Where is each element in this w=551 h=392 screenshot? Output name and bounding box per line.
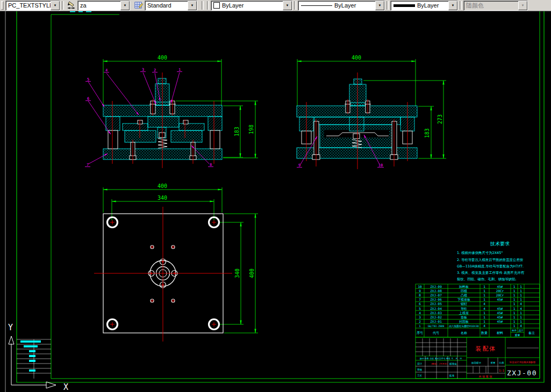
color-value: ByLayer [220, 2, 283, 9]
svg-text:1: 1 [520, 285, 522, 288]
tb-weight: 重量 [491, 361, 496, 364]
styles-toolbar: PC_TEXTSTYLE ▼ za ▼ Standard ▼ ByLayer ▼ [0, 0, 551, 11]
linetype-control-combo[interactable]: ByLayer ▼ [298, 1, 385, 11]
bom-row: 3ZXJ-02垫板145#11 [419, 315, 522, 319]
table-style-icon[interactable] [133, 1, 144, 10]
toolbar-separator [62, 1, 64, 10]
lineweight-value: ByLayer [415, 2, 448, 9]
svg-text:1: 1 [520, 311, 522, 315]
lineweight-control-combo[interactable]: ByLayer ▼ [390, 1, 458, 11]
tb-review: 审核 [417, 368, 423, 371]
tb-design: 设计 [417, 362, 423, 365]
bom-row: 4ZXJ-03上模座145#11 [419, 311, 522, 315]
bom-table: 序号 代号 名称 数量 材料 单件 总计 重量 备注 10ZXJ-09卸料板14… [416, 284, 540, 337]
svg-text:2: 2 [419, 320, 421, 323]
svg-text:导柱: 导柱 [461, 307, 467, 310]
tb-drawing-no: ZXJ-00 [507, 369, 537, 377]
toolbar-separator [207, 1, 209, 10]
plot-style-combo: 随颜色 ▼ [463, 1, 528, 11]
leader-6: 6 [87, 97, 89, 101]
view-section-closed: 400 273 183 9 [297, 55, 446, 169]
tb-project: 毕业设计冲压模具装配图 [510, 361, 535, 364]
dimension-style-icon[interactable] [66, 1, 77, 10]
toolbar-separator [387, 1, 389, 10]
chevron-down-icon[interactable]: ▼ [448, 1, 457, 10]
plot-style-value: 随颜色 [464, 2, 518, 10]
tech-req-title: 技术要求 [490, 241, 510, 246]
leader-8: 8 [210, 163, 212, 167]
linetype-sample [301, 5, 332, 6]
svg-text:10: 10 [418, 285, 422, 288]
svg-text:4: 4 [520, 324, 522, 328]
svg-text:1: 1 [513, 307, 516, 310]
svg-text:4: 4 [419, 311, 421, 315]
leader-7: 7 [87, 163, 89, 167]
tb-stage-mark: 阶段标记 [471, 361, 481, 365]
svg-text:1: 1 [483, 315, 485, 319]
svg-text:45#: 45# [497, 315, 503, 319]
dim-400: 400 [158, 55, 167, 61]
text-style-value: PC_TEXTSTYLE [6, 2, 51, 9]
chevron-down-icon[interactable]: ▼ [51, 1, 60, 10]
svg-text:下模座板: 下模座板 [457, 297, 470, 301]
svg-text:4: 4 [483, 302, 485, 306]
toolbar-grip[interactable] [1, 1, 4, 10]
text-style-combo[interactable]: PC_TEXTSTYLE ▼ [5, 1, 60, 11]
bom-h-notes: 备注 [528, 331, 535, 335]
technical-requirements: 技术要求 1. 模柄外缘倒角尺寸为2X45° 2. 导柱导套压入模座后平面的垂直… [457, 241, 525, 281]
bom-h-code: 代号 [432, 331, 439, 335]
tb-ratio: 比例 [499, 361, 504, 365]
table-style-combo[interactable]: Standard ▼ [145, 1, 197, 11]
tb-approve: 批准 [449, 374, 455, 378]
lineweight-sample [393, 4, 415, 7]
tech-req-line: 3. 模具、模架及主要工作零件 表面不允许有 [457, 271, 525, 275]
chevron-down-icon: ▼ [518, 1, 527, 10]
ucs-x-label: X [63, 382, 68, 392]
svg-text:20Cr: 20Cr [496, 293, 504, 297]
ucs-icon: Y X [8, 323, 68, 392]
tech-req-line: 1. 模柄外缘倒角尺寸为2X45° [457, 251, 503, 255]
bom-h-weight: 重量 [515, 333, 520, 337]
svg-text:1: 1 [483, 320, 485, 323]
leader-3: 3 [142, 68, 144, 72]
dim-400: 400 [352, 55, 361, 61]
svg-text:1: 1 [520, 297, 522, 301]
bom-row: 1GB/T93-2009内六角圆柱头螺钉M10X30414 [419, 324, 522, 328]
chevron-down-icon[interactable]: ▼ [375, 1, 384, 10]
ucs-y-label: Y [8, 323, 13, 332]
svg-text:8: 8 [419, 293, 421, 297]
svg-text:1: 1 [520, 289, 522, 293]
tb-scale: 1:1 [499, 369, 504, 372]
color-control-combo[interactable]: ByLayer ▼ [211, 1, 292, 11]
tech-req-line: GB—110A级精度,导柱与导套配合为H7/f7. [457, 264, 524, 268]
bom-h-name: 名称 [461, 331, 467, 335]
drawing-canvas[interactable]: Y X 400 183 198 [0, 0, 551, 392]
svg-text:ZXJ-07: ZXJ-07 [430, 293, 442, 297]
svg-text:4: 4 [483, 324, 485, 328]
chevron-down-icon[interactable]: ▼ [188, 1, 197, 10]
bom-row: 6ZXJ-05销钉414 [419, 302, 522, 306]
svg-text:ZXJ-04: ZXJ-04 [430, 307, 442, 310]
svg-text:销钉: 销钉 [460, 302, 467, 306]
svg-text:ZXJ-09: ZXJ-09 [430, 285, 442, 288]
tech-req-line: 裂纹、凹陷、碰伤、毛刺、锈蚀等缺陷. [457, 277, 517, 281]
dim-273: 273 [437, 114, 443, 124]
leader-5: 5 [87, 77, 89, 82]
svg-text:GB/T93-2009: GB/T93-2009 [428, 325, 445, 328]
dim-183: 183 [424, 128, 430, 138]
svg-text:1: 1 [513, 293, 516, 297]
svg-text:ZXJ-01: ZXJ-01 [430, 320, 442, 323]
chevron-down-icon[interactable]: ▼ [283, 1, 292, 10]
view-section-open: 400 183 198 [85, 55, 258, 168]
leader-2: 2 [154, 68, 156, 72]
svg-text:1: 1 [513, 315, 516, 319]
bom-h-material: 材料 [496, 331, 503, 335]
svg-text:1: 1 [513, 289, 516, 293]
sheet-frame [5, 11, 544, 392]
dim-style-combo[interactable]: za ▼ [77, 1, 130, 11]
svg-text:1: 1 [520, 315, 522, 319]
svg-text:1: 1 [513, 311, 516, 315]
chevron-down-icon[interactable]: ▼ [120, 1, 130, 10]
svg-text:6: 6 [419, 302, 421, 306]
view-plan: 400 340 340 400 [94, 183, 258, 342]
